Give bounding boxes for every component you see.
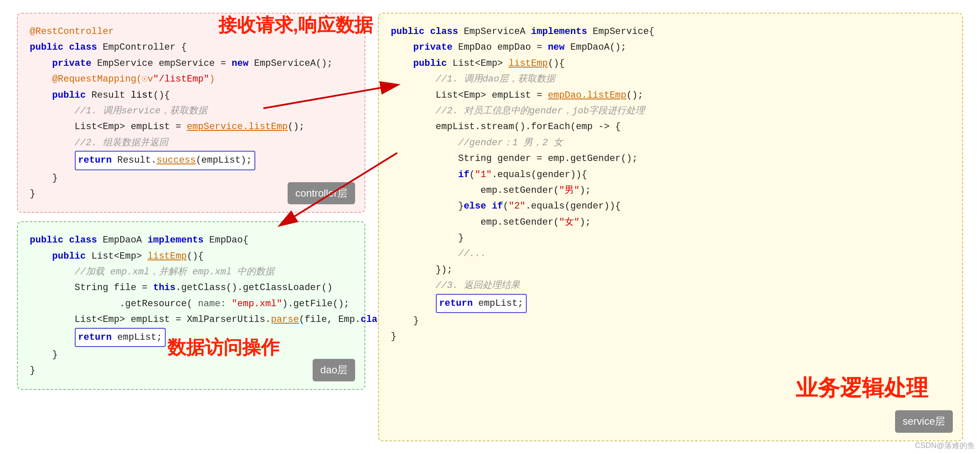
controller-field: private EmpService empService = new EmpS…	[30, 56, 353, 71]
service-field: private EmpDao empDao = new EmpDaoA();	[391, 39, 950, 55]
service-set-male: emp.setGender("男");	[391, 183, 950, 198]
service-else: }else if("2".equals(gender)){	[391, 198, 950, 214]
service-box: 业务逻辑处理 public class EmpServiceA implemen…	[378, 13, 963, 441]
dao-comment1: //加载 emp.xml，并解析 emp.xml 中的数据	[30, 264, 353, 280]
dao-title: 数据访问操作	[167, 332, 280, 364]
service-return: return empList;	[391, 294, 950, 313]
controller-comment2: //2. 组装数据并返回	[30, 135, 353, 151]
service-comment1: //1. 调用dao层，获取数据	[391, 71, 950, 87]
dao-class-decl: public class EmpDaoA implements EmpDao{	[30, 232, 353, 248]
watermark: CSDN@落难的鱼	[915, 440, 975, 451]
service-if: if("1".equals(gender)){	[391, 167, 950, 183]
service-dots: //...	[391, 246, 950, 262]
service-comment2: //2. 对员工信息中的gender，job字段进行处理	[391, 103, 950, 119]
main-container: 接收请求,响应数据 @RestController public class E…	[0, 0, 980, 454]
controller-mapping: @RequestMapping(☉v"/listEmp")	[30, 71, 353, 87]
right-column: 业务逻辑处理 public class EmpServiceA implemen…	[378, 13, 963, 441]
controller-return: return Result.success(empList);	[30, 151, 353, 170]
dao-close2: }	[30, 363, 353, 378]
service-list-line: List<Emp> empList = empDao.listEmp();	[391, 87, 950, 103]
service-comment3: //gender：1 男，2 女	[391, 135, 950, 151]
service-close2: }	[391, 329, 950, 344]
service-gender: String gender = emp.getGender();	[391, 151, 950, 166]
controller-list-line: List<Emp> empList = empService.listEmp()…	[30, 119, 353, 135]
service-close1: }	[391, 313, 950, 329]
dao-box: 数据访问操作 public class EmpDaoA implements E…	[17, 221, 365, 390]
service-stream: empList.stream().forEach(emp -> {	[391, 119, 950, 135]
controller-comment1: //1. 调用service，获取数据	[30, 103, 353, 119]
controller-badge: controller层	[288, 182, 355, 205]
dao-line3: List<Emp> empList = XmlParserUtils.parse…	[30, 312, 353, 327]
dao-line2: .getResource( name: "emp.xml").getFile()…	[30, 296, 353, 312]
service-class-decl: public class EmpServiceA implements EmpS…	[391, 24, 950, 39]
service-title: 业务逻辑处理	[796, 369, 928, 406]
service-badge: service层	[895, 410, 953, 433]
dao-method-decl: public List<Emp> listEmp(){	[30, 248, 353, 264]
controller-title: 接收请求,响应数据	[218, 9, 373, 41]
left-column: 接收请求,响应数据 @RestController public class E…	[17, 13, 365, 441]
service-set-female: emp.setGender("女");	[391, 214, 950, 230]
controller-class-decl: public class EmpController {	[30, 39, 353, 55]
controller-method: public Result list(){	[30, 87, 353, 103]
service-method: public List<Emp> listEmp(){	[391, 56, 950, 71]
service-comment3b: //3. 返回处理结果	[391, 278, 950, 293]
service-close-if: }	[391, 230, 950, 246]
dao-badge: dao层	[313, 359, 355, 381]
service-close-stream: });	[391, 262, 950, 278]
dao-line1: String file = this.getClass().getClassLo…	[30, 280, 353, 296]
controller-box: 接收请求,响应数据 @RestController public class E…	[17, 13, 365, 213]
